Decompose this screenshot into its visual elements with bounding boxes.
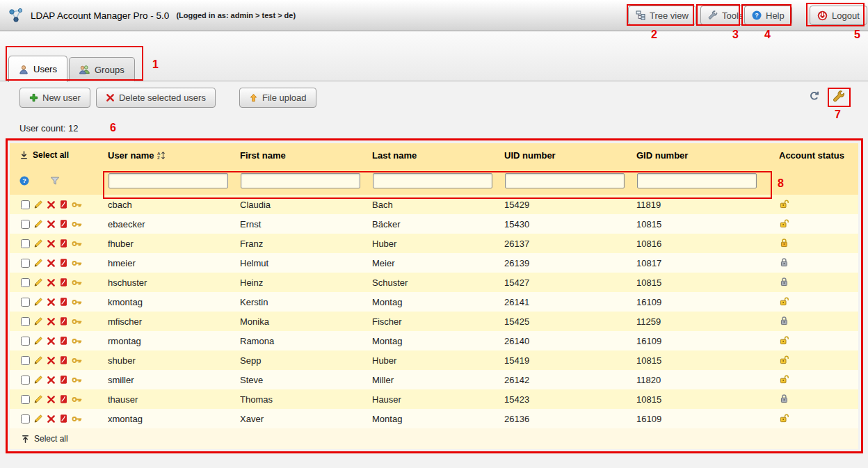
delete-x-icon[interactable] (47, 298, 56, 307)
edit-pencil-icon[interactable] (33, 258, 43, 268)
password-key-icon[interactable] (72, 259, 82, 268)
pdf-icon[interactable] (59, 316, 68, 326)
new-user-label: New user (42, 92, 81, 103)
row-checkbox[interactable] (21, 200, 30, 209)
edit-pencil-icon[interactable] (33, 414, 43, 423)
filter-input-gid-number[interactable] (637, 173, 757, 188)
pdf-icon[interactable] (59, 219, 68, 229)
pdf-icon[interactable] (59, 375, 68, 385)
filter-input-uid-number[interactable] (505, 173, 625, 188)
gid-number-cell: 10815 (636, 219, 770, 229)
tab-users[interactable]: Users (8, 56, 67, 82)
tab-groups[interactable]: Groups (69, 57, 135, 81)
password-key-icon[interactable] (72, 356, 82, 365)
edit-pencil-icon[interactable] (33, 316, 43, 326)
last-name-cell: Meier (372, 258, 504, 268)
password-key-icon[interactable] (72, 337, 82, 346)
delete-x-icon[interactable] (47, 414, 56, 423)
uid-number-cell: 26136 (504, 414, 636, 424)
delete-selected-button[interactable]: Delete selected users (96, 88, 216, 108)
delete-x-icon[interactable] (47, 356, 56, 365)
password-key-icon[interactable] (72, 220, 82, 229)
delete-x-icon[interactable] (47, 317, 56, 326)
tree-view-button[interactable]: Tree view (628, 6, 696, 25)
last-name-cell: Hauser (372, 394, 504, 405)
row-checkbox[interactable] (21, 356, 30, 365)
pdf-icon[interactable] (59, 277, 68, 287)
tools-button[interactable]: Tools (700, 6, 750, 25)
row-checkbox[interactable] (21, 239, 30, 248)
edit-pencil-icon[interactable] (33, 375, 43, 385)
row-checkbox[interactable] (21, 337, 30, 346)
password-key-icon[interactable] (72, 239, 82, 248)
select-all-bottom[interactable]: Select all (10, 428, 858, 449)
row-checkbox[interactable] (21, 414, 30, 423)
row-checkbox[interactable] (21, 376, 30, 385)
select-all-top[interactable]: Select all (13, 150, 108, 160)
last-name-cell: Miller (372, 375, 504, 385)
edit-pencil-icon[interactable] (33, 200, 43, 209)
password-key-icon[interactable] (72, 414, 82, 423)
filter-input-last-name[interactable] (373, 173, 492, 188)
help-button[interactable]: ? Help (744, 6, 792, 25)
delete-x-icon[interactable] (47, 376, 56, 385)
edit-pencil-icon[interactable] (33, 394, 43, 404)
sort-icon[interactable]: A Z (157, 151, 166, 160)
delete-x-icon[interactable] (47, 220, 56, 229)
filter-help-icon[interactable]: ? (19, 176, 29, 186)
edit-pencil-icon[interactable] (33, 355, 43, 365)
tab-groups-label: Groups (95, 65, 124, 75)
edit-pencil-icon[interactable] (33, 239, 43, 248)
password-key-icon[interactable] (72, 317, 82, 326)
filter-input-first-name[interactable] (241, 173, 360, 188)
username-cell: fhuber (108, 239, 240, 249)
filter-input-username[interactable] (108, 173, 228, 188)
password-key-icon[interactable] (72, 395, 82, 404)
filter-funnel-icon[interactable] (50, 176, 60, 186)
delete-x-icon[interactable] (47, 239, 56, 248)
logout-button[interactable]: Logout (810, 6, 867, 25)
username-cell: hmeier (108, 258, 240, 268)
edit-pencil-icon[interactable] (33, 297, 43, 307)
select-all-bottom-label: Select all (34, 434, 68, 444)
new-user-button[interactable]: New user (19, 88, 90, 108)
pdf-icon[interactable] (59, 258, 68, 268)
first-name-cell: Ramona (240, 336, 372, 346)
file-upload-button[interactable]: File upload (239, 88, 316, 108)
edit-pencil-icon[interactable] (33, 277, 43, 287)
pdf-icon[interactable] (59, 394, 68, 404)
pdf-icon[interactable] (59, 414, 68, 423)
row-checkbox[interactable] (21, 278, 30, 287)
edit-pencil-icon[interactable] (33, 219, 43, 229)
svg-text:?: ? (22, 177, 26, 184)
wrench-icon (708, 10, 718, 20)
username-cell: mfischer (108, 316, 240, 327)
pdf-icon[interactable] (59, 200, 68, 209)
first-name-cell: Thomas (240, 394, 372, 405)
row-checkbox[interactable] (21, 259, 30, 268)
password-key-icon[interactable] (72, 298, 82, 307)
settings-wrench-icon[interactable] (833, 90, 845, 103)
password-key-icon[interactable] (72, 376, 82, 385)
pdf-icon[interactable] (59, 355, 68, 365)
edit-pencil-icon[interactable] (33, 336, 43, 346)
pdf-icon[interactable] (59, 297, 68, 307)
row-checkbox[interactable] (21, 298, 30, 307)
gid-number-cell: 10817 (636, 258, 770, 268)
delete-x-icon[interactable] (47, 200, 56, 209)
password-key-icon[interactable] (72, 200, 82, 209)
delete-x-icon[interactable] (47, 395, 56, 404)
password-key-icon[interactable] (72, 278, 82, 287)
refresh-icon[interactable] (808, 90, 820, 102)
status-unlocked-icon (779, 413, 789, 423)
delete-x-icon[interactable] (47, 337, 56, 346)
col-gid-number: GID number (636, 150, 770, 161)
delete-x-icon[interactable] (47, 278, 56, 287)
row-checkbox[interactable] (21, 395, 30, 404)
pdf-icon[interactable] (59, 239, 68, 248)
row-checkbox[interactable] (21, 317, 30, 326)
delete-x-icon[interactable] (47, 259, 56, 268)
row-checkbox[interactable] (21, 220, 30, 229)
pdf-icon[interactable] (59, 336, 68, 346)
last-name-cell: Montag (372, 297, 504, 307)
